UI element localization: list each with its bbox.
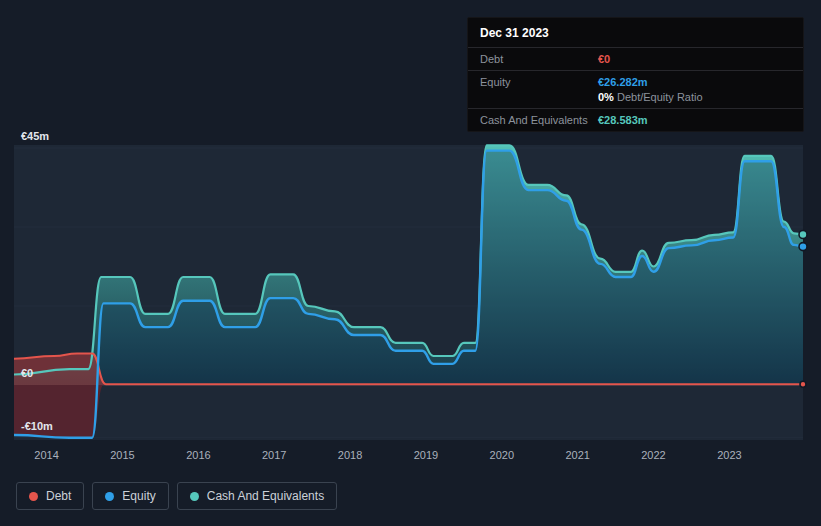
debt-endpoint-dot	[800, 381, 806, 387]
x-axis-label: 2020	[490, 449, 514, 461]
y-axis-label: €0	[21, 367, 33, 379]
tooltip-date: Dec 31 2023	[468, 18, 803, 47]
legend-item-equity[interactable]: Equity	[92, 482, 168, 510]
debt-equity-history-chart: €45m€0-€10m20142015201620172018201920202…	[0, 0, 821, 526]
x-axis-label: 2016	[186, 449, 210, 461]
tooltip-cash-label: Cash And Equivalents	[480, 114, 598, 126]
x-axis-label: 2015	[110, 449, 134, 461]
legend-item-cash[interactable]: Cash And Equivalents	[177, 482, 337, 510]
tooltip-equity-value: €26.282m	[598, 76, 791, 88]
x-axis-label: 2017	[262, 449, 286, 461]
x-axis-label: 2022	[641, 449, 665, 461]
x-axis-label: 2023	[717, 449, 741, 461]
tooltip-debt-label: Debt	[480, 53, 598, 65]
x-axis-label: 2014	[34, 449, 58, 461]
x-axis-label: 2019	[414, 449, 438, 461]
tooltip-row-cash: Cash And Equivalents €28.583m	[468, 108, 803, 131]
legend-label-equity: Equity	[122, 489, 155, 503]
legend-label-debt: Debt	[46, 489, 71, 503]
legend-item-debt[interactable]: Debt	[16, 482, 84, 510]
x-axis-label: 2018	[338, 449, 362, 461]
cash-and-equivalents-endpoint-dot	[799, 231, 807, 239]
debt-legend-dot	[29, 492, 38, 501]
tooltip-cash-value: €28.583m	[598, 114, 791, 126]
tooltip-debt-value: €0	[598, 53, 791, 65]
tooltip-row-debt: Debt €0	[468, 47, 803, 70]
cash-legend-dot	[190, 492, 199, 501]
y-axis-label: -€10m	[21, 420, 53, 432]
legend: Debt Equity Cash And Equivalents	[16, 482, 337, 510]
y-axis-label: €45m	[21, 130, 49, 142]
tooltip-row-equity: Equity €26.282m 0% Debt/Equity Ratio	[468, 70, 803, 108]
equity-endpoint-dot	[799, 243, 807, 251]
tooltip-panel: Dec 31 2023 Debt €0 Equity €26.282m 0% D…	[467, 17, 804, 132]
legend-label-cash: Cash And Equivalents	[207, 489, 324, 503]
equity-legend-dot	[105, 492, 114, 501]
tooltip-debt-equity-ratio: 0% Debt/Equity Ratio	[598, 91, 791, 103]
x-axis-label: 2021	[565, 449, 589, 461]
tooltip-equity-label: Equity	[480, 76, 598, 88]
